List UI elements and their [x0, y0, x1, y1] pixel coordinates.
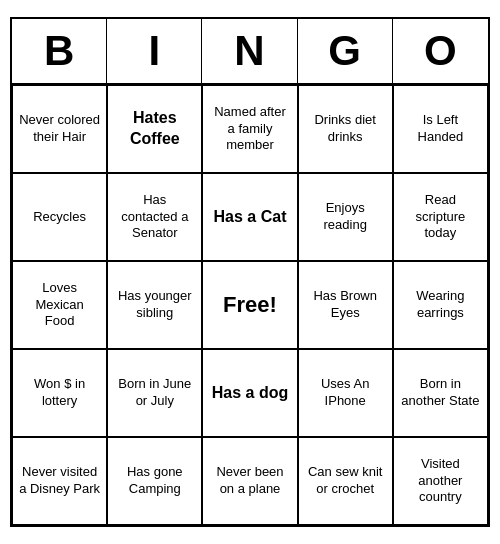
- bingo-cell-10[interactable]: Loves Mexican Food: [12, 261, 107, 349]
- bingo-cell-16[interactable]: Born in June or July: [107, 349, 202, 437]
- bingo-cell-13[interactable]: Has Brown Eyes: [298, 261, 393, 349]
- bingo-cell-5[interactable]: Recycles: [12, 173, 107, 261]
- bingo-letter-o: O: [393, 19, 488, 83]
- bingo-card: BINGO Never colored their HairHates Coff…: [10, 17, 490, 527]
- bingo-cell-20[interactable]: Never visited a Disney Park: [12, 437, 107, 525]
- bingo-cell-9[interactable]: Read scripture today: [393, 173, 488, 261]
- bingo-header: BINGO: [12, 19, 488, 85]
- bingo-cell-24[interactable]: Visited another country: [393, 437, 488, 525]
- bingo-cell-7[interactable]: Has a Cat: [202, 173, 297, 261]
- bingo-letter-n: N: [202, 19, 297, 83]
- bingo-cell-18[interactable]: Uses An IPhone: [298, 349, 393, 437]
- bingo-letter-b: B: [12, 19, 107, 83]
- bingo-cell-12[interactable]: Free!: [202, 261, 297, 349]
- bingo-cell-19[interactable]: Born in another State: [393, 349, 488, 437]
- bingo-letter-g: G: [298, 19, 393, 83]
- bingo-cell-3[interactable]: Drinks diet drinks: [298, 85, 393, 173]
- bingo-cell-14[interactable]: Wearing earrings: [393, 261, 488, 349]
- bingo-letter-i: I: [107, 19, 202, 83]
- bingo-cell-22[interactable]: Never been on a plane: [202, 437, 297, 525]
- bingo-cell-17[interactable]: Has a dog: [202, 349, 297, 437]
- bingo-cell-21[interactable]: Has gone Camping: [107, 437, 202, 525]
- bingo-cell-11[interactable]: Has younger sibling: [107, 261, 202, 349]
- bingo-cell-2[interactable]: Named after a family member: [202, 85, 297, 173]
- bingo-cell-4[interactable]: Is Left Handed: [393, 85, 488, 173]
- bingo-cell-0[interactable]: Never colored their Hair: [12, 85, 107, 173]
- bingo-cell-6[interactable]: Has contacted a Senator: [107, 173, 202, 261]
- bingo-cell-15[interactable]: Won $ in lottery: [12, 349, 107, 437]
- bingo-cell-23[interactable]: Can sew knit or crochet: [298, 437, 393, 525]
- bingo-cell-1[interactable]: Hates Coffee: [107, 85, 202, 173]
- bingo-cell-8[interactable]: Enjoys reading: [298, 173, 393, 261]
- bingo-grid: Never colored their HairHates CoffeeName…: [12, 85, 488, 525]
